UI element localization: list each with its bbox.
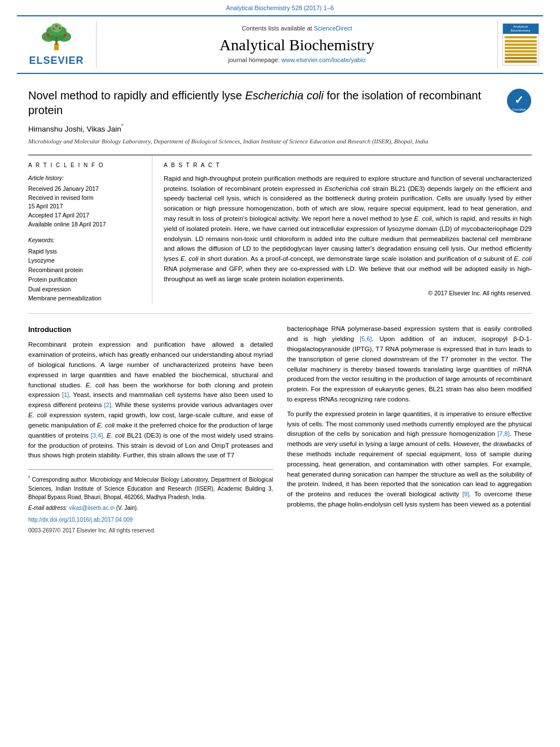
journal-header: ELSEVIER Contents lists available at Sci… xyxy=(17,15,543,74)
cite-5-6: [5,6] xyxy=(360,335,371,342)
abstract-text: Rapid and high-throughput protein purifi… xyxy=(164,174,532,285)
thumb-stripe xyxy=(505,57,537,59)
science-direct-link[interactable]: ScienceDirect xyxy=(314,25,352,32)
cite-1: [1] xyxy=(62,391,69,398)
thumb-stripe xyxy=(505,60,537,63)
info-abstract-section: A R T I C L E I N F O Article history: R… xyxy=(28,155,532,304)
journal-title-section: Contents lists available at ScienceDirec… xyxy=(96,21,498,68)
footnote-corresponding: * Corresponding author. Microbiology and… xyxy=(28,474,273,501)
thumb-header: AnalyticalBiochemistry xyxy=(503,24,539,34)
elsevier-logo: ELSEVIER xyxy=(29,21,84,68)
article-content: Novel method to rapidly and efficiently … xyxy=(0,74,560,547)
keyword-2: Lysozyme xyxy=(28,256,143,265)
affiliation: Microbiology and Molecular Biology Labor… xyxy=(28,137,532,146)
authors: Himanshu Joshi, Vikas Jain* xyxy=(28,122,532,135)
abstract-column: A B S T R A C T Rapid and high-throughpu… xyxy=(164,155,532,304)
keyword-5: Dual expression xyxy=(28,285,143,294)
svg-point-10 xyxy=(53,28,55,30)
crossmark-icon: ✓ CrossMark xyxy=(506,88,532,113)
homepage-line: journal homepage: www.elsevier.com/locat… xyxy=(228,55,365,65)
journal-reference: Analytical Biochemistry 528 (2017) 1–6 xyxy=(0,0,560,15)
homepage-link[interactable]: www.elsevier.com/locate/yabio xyxy=(282,56,366,63)
keywords-label: Keywords: xyxy=(28,236,143,244)
thumb-stripe xyxy=(505,36,537,38)
thumb-stripe xyxy=(505,54,537,56)
history-label: Article history: xyxy=(28,174,143,182)
keyword-1: Rapid lysis xyxy=(28,247,143,256)
keyword-6: Membrane permeabilization xyxy=(28,294,143,303)
article-title: Novel method to rapidly and efficiently … xyxy=(28,88,506,117)
svg-point-12 xyxy=(55,25,58,27)
accepted-date: Accepted 17 April 2017 xyxy=(28,211,143,220)
revised-date: 15 April 2017 xyxy=(28,202,143,211)
issn-line: 0003-2697/© 2017 Elsevier Inc. All right… xyxy=(28,526,273,535)
thumb-stripe xyxy=(505,40,537,42)
journal-thumbnail: AnalyticalBiochemistry xyxy=(498,21,543,68)
cite-3-4: [3,4] xyxy=(91,432,103,439)
thumb-stripe xyxy=(505,47,537,49)
thumb-stripe xyxy=(505,43,537,46)
available-date: Available online 18 April 2017 xyxy=(28,220,143,229)
abstract-heading: A B S T R A C T xyxy=(164,161,532,169)
title-section: Novel method to rapidly and efficiently … xyxy=(28,88,532,117)
copyright: © 2017 Elsevier Inc. All rights reserved… xyxy=(164,289,532,298)
keyword-3: Recombinant protein xyxy=(28,265,143,275)
cite-7-8: [7,8] xyxy=(497,430,509,437)
article-info-column: A R T I C L E I N F O Article history: R… xyxy=(28,155,152,304)
intro-para-1: Recombinant protein expression and purif… xyxy=(28,340,273,461)
received-date: Received 26 January 2017 xyxy=(28,185,143,194)
body-col-left: Introduction Recombinant protein express… xyxy=(28,324,273,535)
article-info-heading: A R T I C L E I N F O xyxy=(28,161,143,169)
thumb-stripes xyxy=(503,34,539,65)
footnote-section: * Corresponding author. Microbiology and… xyxy=(28,469,273,535)
science-direct-line: Contents lists available at ScienceDirec… xyxy=(242,24,352,33)
body-col-right: bacteriophage RNA polymerase-based expre… xyxy=(287,324,532,535)
body-section: Introduction Recombinant protein express… xyxy=(28,324,532,535)
intro-para-2: bacteriophage RNA polymerase-based expre… xyxy=(287,324,532,405)
elsevier-logo-section: ELSEVIER xyxy=(17,21,96,68)
keyword-4: Protein purification xyxy=(28,275,143,285)
svg-point-11 xyxy=(59,27,61,29)
email-link[interactable]: vikas@iiserb.ac.in xyxy=(69,505,115,511)
intro-para-3: To purify the expressed protein in large… xyxy=(287,409,532,510)
footnote-email: E-mail address: vikas@iiserb.ac.in (V. J… xyxy=(28,504,273,512)
doi-link[interactable]: http://dx.doi.org/10.1016/j.ab.2017.04.0… xyxy=(28,516,273,525)
thumb-stripe xyxy=(505,50,537,53)
journal-cover-thumb: AnalyticalBiochemistry xyxy=(502,23,539,65)
journal-title: Analytical Biochemistry xyxy=(220,36,375,55)
revised-label: Received in revised form xyxy=(28,194,143,203)
elsevier-wordmark: ELSEVIER xyxy=(29,53,84,68)
svg-text:✓: ✓ xyxy=(514,94,524,106)
cite-9: [9] xyxy=(462,491,469,497)
svg-text:CrossMark: CrossMark xyxy=(512,108,526,111)
svg-point-8 xyxy=(47,33,50,36)
svg-point-9 xyxy=(64,33,67,36)
section-divider xyxy=(28,313,532,314)
introduction-heading: Introduction xyxy=(28,324,273,335)
elsevier-tree-icon xyxy=(34,21,79,52)
cite-2: [2] xyxy=(104,401,111,408)
